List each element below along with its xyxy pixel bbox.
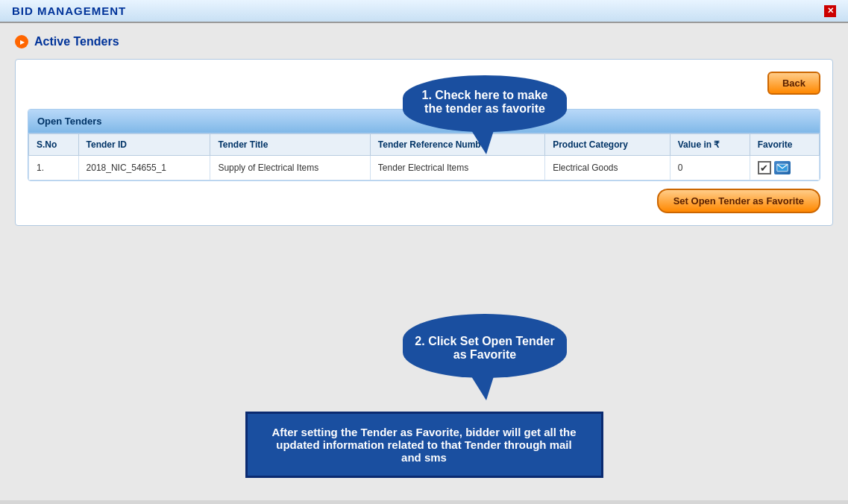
cell-value: 0	[670, 156, 750, 180]
section-title: Active Tenders	[34, 35, 119, 48]
main-content: Active Tenders Back Open Tenders S.No Te…	[0, 23, 848, 500]
mail-icon[interactable]	[774, 161, 791, 174]
col-tender-id: Tender ID	[78, 134, 210, 156]
section-header: Active Tenders	[15, 35, 833, 48]
back-button[interactable]: Back	[767, 72, 820, 95]
active-indicator-icon	[15, 35, 28, 48]
cell-product-cat: Electrical Goods	[545, 156, 670, 180]
close-button[interactable]: ✕	[824, 5, 836, 17]
cell-tender-ref: Tender Electrical Items	[370, 156, 544, 180]
table-header-row: S.No Tender ID Tender Title Tender Refer…	[29, 134, 820, 156]
open-tenders-table: S.No Tender ID Tender Title Tender Refer…	[28, 133, 820, 180]
set-favorite-button[interactable]: Set Open Tender as Favorite	[657, 189, 820, 213]
cell-tender-id: 2018_NIC_54655_1	[78, 156, 210, 180]
favorite-checkbox[interactable]: ✔	[758, 161, 771, 174]
app-header: BID MANAGEMENT ✕	[0, 0, 848, 23]
tooltip-bubble-1: 1. Check here to make the tender as favo…	[403, 75, 567, 132]
col-tender-title: Tender Title	[210, 134, 370, 156]
app-title: BID MANAGEMENT	[12, 4, 126, 17]
cell-sno: 1.	[29, 156, 79, 180]
cell-favorite[interactable]: ✔	[750, 156, 819, 180]
col-tender-ref: Tender Reference Number	[370, 134, 544, 156]
col-product-cat: Product Category	[545, 134, 670, 156]
col-sno: S.No	[29, 134, 79, 156]
col-value: Value in ₹	[670, 134, 750, 156]
col-favorite: Favorite	[750, 134, 819, 156]
info-box: After setting the Tender as Favorite, bi…	[245, 412, 603, 478]
table-row: 1. 2018_NIC_54655_1 Supply of Electrical…	[29, 156, 820, 180]
tooltip-bubble-2: 2. Click Set Open Tender as Favorite	[403, 314, 567, 378]
cell-tender-title: Supply of Electrical Items	[210, 156, 370, 180]
